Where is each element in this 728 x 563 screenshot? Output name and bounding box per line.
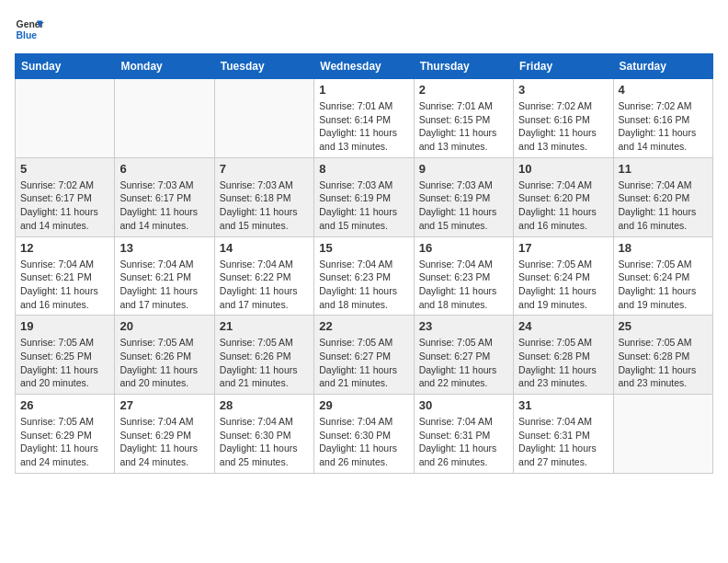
day-number: 24 [518, 319, 608, 333]
day-number: 1 [319, 83, 408, 97]
day-number: 26 [20, 398, 109, 412]
calendar-cell: 3Sunrise: 7:02 AMSunset: 6:16 PMDaylight… [514, 79, 613, 158]
calendar-cell [214, 79, 313, 158]
day-info: Sunrise: 7:03 AMSunset: 6:19 PMDaylight:… [419, 178, 508, 233]
calendar-cell: 31Sunrise: 7:04 AMSunset: 6:31 PMDayligh… [514, 395, 613, 474]
day-number: 12 [20, 241, 109, 255]
day-info: Sunrise: 7:04 AMSunset: 6:30 PMDaylight:… [319, 415, 408, 469]
day-number: 25 [619, 319, 708, 333]
day-info: Sunrise: 7:04 AMSunset: 6:23 PMDaylight:… [419, 258, 508, 312]
day-info: Sunrise: 7:05 AMSunset: 6:26 PMDaylight:… [220, 336, 309, 390]
calendar-cell: 30Sunrise: 7:04 AMSunset: 6:31 PMDayligh… [414, 395, 513, 474]
calendar-cell: 1Sunrise: 7:01 AMSunset: 6:14 PMDaylight… [314, 79, 414, 158]
day-number: 23 [419, 319, 508, 333]
day-info: Sunrise: 7:05 AMSunset: 6:27 PMDaylight:… [419, 336, 508, 390]
calendar-cell: 25Sunrise: 7:05 AMSunset: 6:28 PMDayligh… [613, 316, 712, 395]
day-info: Sunrise: 7:05 AMSunset: 6:28 PMDaylight:… [518, 336, 608, 390]
day-number: 21 [220, 319, 309, 333]
calendar-week-3: 12Sunrise: 7:04 AMSunset: 6:21 PMDayligh… [16, 236, 713, 316]
calendar-header-row: SundayMondayTuesdayWednesdayThursdayFrid… [16, 54, 713, 79]
day-info: Sunrise: 7:04 AMSunset: 6:20 PMDaylight:… [619, 178, 708, 233]
calendar-cell: 13Sunrise: 7:04 AMSunset: 6:21 PMDayligh… [115, 236, 214, 316]
calendar-week-4: 19Sunrise: 7:05 AMSunset: 6:25 PMDayligh… [16, 316, 713, 395]
calendar-cell: 23Sunrise: 7:05 AMSunset: 6:27 PMDayligh… [414, 316, 513, 395]
day-info: Sunrise: 7:05 AMSunset: 6:29 PMDaylight:… [20, 415, 109, 469]
day-info: Sunrise: 7:05 AMSunset: 6:28 PMDaylight:… [619, 336, 708, 390]
day-number: 13 [119, 241, 209, 255]
logo: General Blue [15, 15, 48, 44]
day-info: Sunrise: 7:04 AMSunset: 6:21 PMDaylight:… [119, 258, 209, 312]
day-number: 28 [220, 398, 309, 412]
day-info: Sunrise: 7:04 AMSunset: 6:31 PMDaylight:… [518, 415, 608, 469]
day-number: 4 [619, 83, 708, 97]
day-number: 10 [518, 162, 608, 176]
calendar-week-5: 26Sunrise: 7:05 AMSunset: 6:29 PMDayligh… [16, 395, 713, 474]
day-info: Sunrise: 7:03 AMSunset: 6:18 PMDaylight:… [220, 178, 309, 233]
day-number: 15 [319, 241, 408, 255]
day-info: Sunrise: 7:04 AMSunset: 6:21 PMDaylight:… [20, 258, 109, 312]
day-number: 29 [319, 398, 408, 412]
calendar-week-1: 1Sunrise: 7:01 AMSunset: 6:14 PMDaylight… [16, 79, 713, 158]
day-number: 31 [518, 398, 608, 412]
day-number: 9 [419, 162, 508, 176]
day-number: 7 [220, 162, 309, 176]
calendar-cell: 4Sunrise: 7:02 AMSunset: 6:16 PMDaylight… [613, 79, 712, 158]
day-info: Sunrise: 7:04 AMSunset: 6:31 PMDaylight:… [419, 415, 508, 469]
col-header-sunday: Sunday [16, 54, 115, 79]
col-header-friday: Friday [514, 54, 613, 79]
calendar-cell: 5Sunrise: 7:02 AMSunset: 6:17 PMDaylight… [16, 157, 115, 236]
calendar-cell: 19Sunrise: 7:05 AMSunset: 6:25 PMDayligh… [16, 316, 115, 395]
day-info: Sunrise: 7:01 AMSunset: 6:15 PMDaylight:… [419, 99, 508, 154]
day-info: Sunrise: 7:02 AMSunset: 6:16 PMDaylight:… [518, 99, 608, 154]
day-number: 27 [119, 398, 209, 412]
calendar-cell: 16Sunrise: 7:04 AMSunset: 6:23 PMDayligh… [414, 236, 513, 316]
calendar-cell [115, 79, 214, 158]
day-info: Sunrise: 7:03 AMSunset: 6:17 PMDaylight:… [119, 178, 209, 233]
col-header-tuesday: Tuesday [214, 54, 313, 79]
calendar-cell: 29Sunrise: 7:04 AMSunset: 6:30 PMDayligh… [314, 395, 414, 474]
calendar-cell: 7Sunrise: 7:03 AMSunset: 6:18 PMDaylight… [214, 157, 313, 236]
calendar-cell: 12Sunrise: 7:04 AMSunset: 6:21 PMDayligh… [16, 236, 115, 316]
day-number: 22 [319, 319, 408, 333]
page-header: General Blue [15, 15, 713, 44]
calendar-cell [613, 395, 712, 474]
day-number: 16 [419, 241, 508, 255]
col-header-thursday: Thursday [414, 54, 513, 79]
day-info: Sunrise: 7:05 AMSunset: 6:24 PMDaylight:… [518, 258, 608, 312]
day-number: 20 [119, 319, 209, 333]
calendar-cell: 26Sunrise: 7:05 AMSunset: 6:29 PMDayligh… [16, 395, 115, 474]
day-number: 19 [20, 319, 109, 333]
calendar-cell: 22Sunrise: 7:05 AMSunset: 6:27 PMDayligh… [314, 316, 414, 395]
calendar-cell: 10Sunrise: 7:04 AMSunset: 6:20 PMDayligh… [514, 157, 613, 236]
day-number: 17 [518, 241, 608, 255]
calendar-cell: 24Sunrise: 7:05 AMSunset: 6:28 PMDayligh… [514, 316, 613, 395]
day-info: Sunrise: 7:05 AMSunset: 6:26 PMDaylight:… [119, 336, 209, 390]
day-number: 2 [419, 83, 508, 97]
day-info: Sunrise: 7:04 AMSunset: 6:20 PMDaylight:… [518, 178, 608, 233]
calendar-cell: 8Sunrise: 7:03 AMSunset: 6:19 PMDaylight… [314, 157, 414, 236]
day-info: Sunrise: 7:04 AMSunset: 6:30 PMDaylight:… [220, 415, 309, 469]
calendar-cell: 11Sunrise: 7:04 AMSunset: 6:20 PMDayligh… [613, 157, 712, 236]
day-info: Sunrise: 7:02 AMSunset: 6:17 PMDaylight:… [20, 178, 109, 233]
calendar-table: SundayMondayTuesdayWednesdayThursdayFrid… [15, 53, 713, 474]
col-header-monday: Monday [115, 54, 214, 79]
calendar-cell: 18Sunrise: 7:05 AMSunset: 6:24 PMDayligh… [613, 236, 712, 316]
calendar-cell: 14Sunrise: 7:04 AMSunset: 6:22 PMDayligh… [214, 236, 313, 316]
calendar-cell: 17Sunrise: 7:05 AMSunset: 6:24 PMDayligh… [514, 236, 613, 316]
day-number: 14 [220, 241, 309, 255]
col-header-saturday: Saturday [613, 54, 712, 79]
day-number: 5 [20, 162, 109, 176]
day-info: Sunrise: 7:04 AMSunset: 6:29 PMDaylight:… [119, 415, 209, 469]
calendar-week-2: 5Sunrise: 7:02 AMSunset: 6:17 PMDaylight… [16, 157, 713, 236]
calendar-cell: 20Sunrise: 7:05 AMSunset: 6:26 PMDayligh… [115, 316, 214, 395]
day-info: Sunrise: 7:05 AMSunset: 6:25 PMDaylight:… [20, 336, 109, 390]
day-info: Sunrise: 7:04 AMSunset: 6:23 PMDaylight:… [319, 258, 408, 312]
logo-icon: General Blue [15, 15, 44, 44]
svg-text:Blue: Blue [17, 30, 38, 40]
day-number: 18 [619, 241, 708, 255]
calendar-cell: 9Sunrise: 7:03 AMSunset: 6:19 PMDaylight… [414, 157, 513, 236]
calendar-cell: 21Sunrise: 7:05 AMSunset: 6:26 PMDayligh… [214, 316, 313, 395]
day-info: Sunrise: 7:05 AMSunset: 6:27 PMDaylight:… [319, 336, 408, 390]
day-number: 11 [619, 162, 708, 176]
day-info: Sunrise: 7:05 AMSunset: 6:24 PMDaylight:… [619, 258, 708, 312]
